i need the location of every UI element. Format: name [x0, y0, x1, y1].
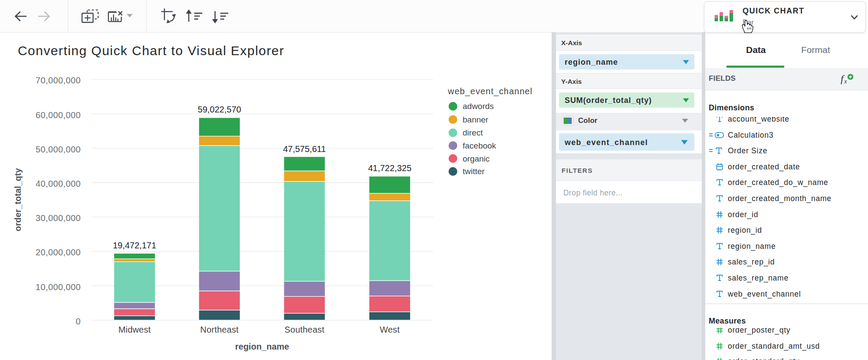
- svg-text:59,022,570: 59,022,570: [198, 105, 241, 114]
- svg-text:19,472,171: 19,472,171: [113, 241, 156, 250]
- svg-text:0: 0: [76, 317, 81, 326]
- svg-text:facebook: facebook: [463, 141, 496, 150]
- svg-text:47,575,611: 47,575,611: [283, 144, 326, 154]
- svg-text:50,000,000: 50,000,000: [36, 145, 81, 154]
- svg-text:banner: banner: [463, 115, 489, 124]
- svg-text:x: x: [844, 78, 847, 84]
- svg-text:40,000,000: 40,000,000: [36, 179, 81, 188]
- svg-text:30,000,000: 30,000,000: [36, 213, 81, 223]
- svg-text:60,000,000: 60,000,000: [36, 110, 81, 120]
- svg-text:West: West: [380, 325, 400, 334]
- svg-text:region_name: region_name: [235, 342, 289, 351]
- svg-text:adwords: adwords: [463, 102, 494, 111]
- svg-text:direct: direct: [463, 128, 483, 137]
- svg-text:41,722,325: 41,722,325: [368, 163, 411, 173]
- svg-text:twitter: twitter: [463, 167, 485, 176]
- svg-text:order_total_qty: order_total_qty: [13, 168, 23, 231]
- svg-text:Northeast: Northeast: [200, 325, 239, 334]
- svg-text:Southeast: Southeast: [285, 325, 325, 334]
- svg-text:10,000,000: 10,000,000: [36, 282, 81, 292]
- svg-text:organic: organic: [463, 154, 490, 163]
- svg-text:20,000,000: 20,000,000: [36, 248, 81, 257]
- svg-text:70,000,000: 70,000,000: [36, 76, 81, 85]
- svg-text:Midwest: Midwest: [118, 325, 151, 334]
